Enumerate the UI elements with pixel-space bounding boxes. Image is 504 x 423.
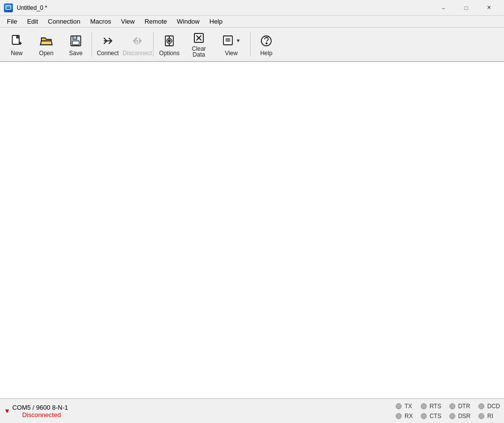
options-button[interactable]: Options bbox=[155, 29, 184, 60]
minimize-button[interactable]: – bbox=[432, 0, 455, 16]
menu-item-macros[interactable]: Macros bbox=[85, 17, 116, 26]
tx-led bbox=[396, 403, 402, 409]
cts-label: CTS bbox=[430, 413, 441, 420]
help-icon bbox=[259, 33, 273, 49]
dcd-led bbox=[478, 403, 484, 409]
disconnect-icon bbox=[130, 33, 144, 49]
dsr-label: DSR bbox=[458, 413, 471, 420]
status-bar: ▼ COM5 / 9600 8-N-1 Disconnected TX RX R… bbox=[0, 398, 504, 423]
menu-bar: FileEditConnectionMacrosViewRemoteWindow… bbox=[0, 16, 504, 28]
open-icon bbox=[39, 33, 53, 49]
dcd-label: DCD bbox=[487, 403, 500, 410]
app-icon bbox=[4, 3, 13, 12]
rts-led bbox=[421, 403, 427, 409]
clear-data-button[interactable]: Clear Data bbox=[184, 29, 214, 60]
disconnected-status: Disconnected bbox=[22, 411, 68, 419]
dcd-indicator: DCD bbox=[478, 403, 500, 410]
menu-item-help[interactable]: Help bbox=[205, 17, 228, 26]
svg-rect-7 bbox=[73, 36, 77, 39]
view-label: View bbox=[225, 50, 238, 56]
connection-info: COM5 / 9600 8-N-1 bbox=[12, 404, 68, 411]
separator-1 bbox=[92, 32, 92, 57]
connect-button[interactable]: Connect bbox=[93, 29, 123, 60]
svg-rect-8 bbox=[72, 41, 79, 45]
separator-3 bbox=[250, 32, 251, 57]
new-label: New bbox=[11, 50, 23, 56]
svg-rect-25 bbox=[226, 38, 230, 41]
menu-item-window[interactable]: Window bbox=[172, 17, 204, 26]
menu-item-file[interactable]: File bbox=[2, 17, 22, 26]
status-left-section: ▼ COM5 / 9600 8-N-1 Disconnected bbox=[4, 404, 68, 419]
menu-item-edit[interactable]: Edit bbox=[22, 17, 43, 26]
clear-data-label: Clear Data bbox=[185, 46, 213, 58]
rx-led bbox=[396, 413, 402, 419]
status-dropdown-arrow[interactable]: ▼ bbox=[4, 407, 10, 415]
new-icon bbox=[10, 33, 24, 49]
disconnect-label: Disconnect bbox=[123, 50, 152, 56]
view-button[interactable]: ▼ View bbox=[214, 29, 249, 60]
dsr-indicator: DSR bbox=[449, 413, 471, 420]
svg-point-20 bbox=[168, 40, 170, 42]
open-label: Open bbox=[39, 50, 53, 56]
rx-label: RX bbox=[405, 413, 413, 420]
rts-cts-group: RTS CTS bbox=[421, 403, 441, 420]
maximize-button[interactable]: □ bbox=[455, 0, 477, 16]
menu-item-view[interactable]: View bbox=[116, 17, 140, 26]
dtr-label: DTR bbox=[458, 403, 471, 410]
tx-indicator: TX bbox=[396, 403, 413, 410]
disconnect-button[interactable]: Disconnect bbox=[123, 29, 152, 60]
connect-icon bbox=[101, 33, 115, 49]
ri-label: RI bbox=[487, 413, 493, 420]
help-label: Help bbox=[260, 50, 273, 56]
rts-label: RTS bbox=[430, 403, 441, 410]
dsr-led bbox=[449, 413, 455, 419]
window-title: Untitled_0 * bbox=[17, 4, 428, 11]
save-button[interactable]: Save bbox=[61, 29, 91, 60]
title-bar: Untitled_0 * – □ ✕ bbox=[0, 0, 504, 16]
cts-indicator: CTS bbox=[421, 413, 441, 420]
ri-led bbox=[478, 413, 484, 419]
open-button[interactable]: Open bbox=[32, 29, 61, 60]
window-controls: – □ ✕ bbox=[432, 0, 500, 16]
save-icon bbox=[69, 33, 83, 49]
dtr-indicator: DTR bbox=[449, 403, 471, 410]
dtr-led bbox=[449, 403, 455, 409]
close-button[interactable]: ✕ bbox=[477, 0, 500, 16]
toolbar: New Open Save bbox=[0, 28, 504, 62]
dcd-ri-group: DCD RI bbox=[478, 403, 500, 420]
menu-item-remote[interactable]: Remote bbox=[140, 17, 172, 26]
ri-indicator: RI bbox=[478, 413, 500, 420]
svg-point-27 bbox=[266, 43, 267, 44]
main-content-area bbox=[0, 62, 504, 398]
rx-indicator: RX bbox=[396, 413, 413, 420]
help-button[interactable]: Help bbox=[252, 29, 281, 60]
tx-rx-group: TX RX bbox=[396, 403, 413, 420]
rts-indicator: RTS bbox=[421, 403, 441, 410]
dtr-dsr-group: DTR DSR bbox=[449, 403, 471, 420]
options-icon bbox=[162, 33, 176, 49]
new-button[interactable]: New bbox=[2, 29, 32, 60]
status-indicators: TX RX RTS CTS DTR bbox=[68, 403, 500, 420]
cts-led bbox=[421, 413, 427, 419]
clear-data-icon bbox=[192, 31, 206, 45]
menu-item-connection[interactable]: Connection bbox=[43, 17, 85, 26]
separator-2 bbox=[153, 32, 154, 57]
connect-label: Connect bbox=[97, 50, 119, 56]
save-label: Save bbox=[69, 50, 82, 56]
tx-label: TX bbox=[405, 403, 412, 410]
svg-rect-0 bbox=[6, 5, 11, 9]
options-label: Options bbox=[159, 50, 179, 56]
view-icon: ▼ bbox=[222, 33, 241, 49]
